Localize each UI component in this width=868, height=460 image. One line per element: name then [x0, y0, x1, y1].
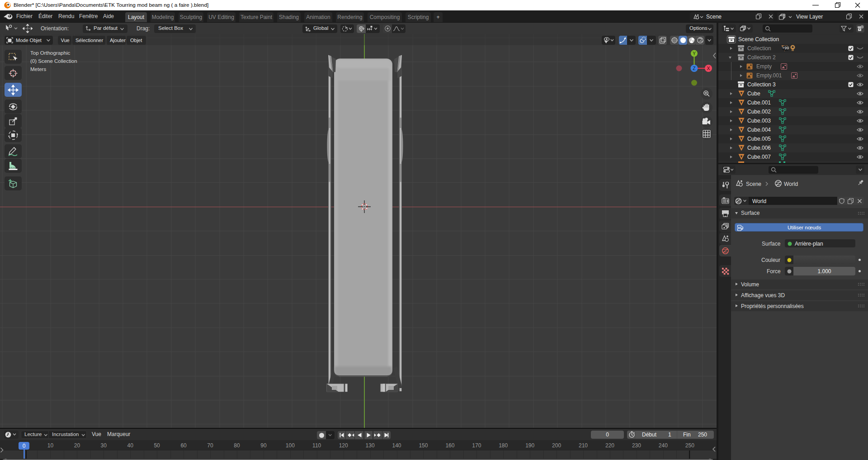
- svg-text:Z: Z: [693, 66, 696, 71]
- svg-text:X: X: [707, 66, 710, 71]
- svg-text:Y: Y: [693, 51, 696, 56]
